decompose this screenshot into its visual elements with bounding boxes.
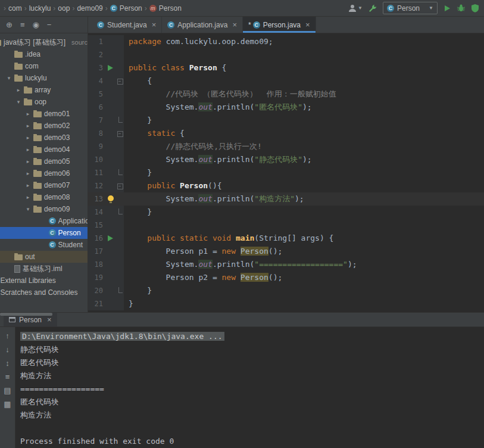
run-line-icon[interactable] (108, 65, 113, 71)
chevron-down-icon[interactable]: ▾ (15, 99, 21, 105)
editor-tab[interactable]: *CPerson.java× (243, 17, 316, 33)
tab-close-icon[interactable]: × (232, 20, 237, 29)
chevron-right-icon[interactable]: ▸ (25, 147, 31, 153)
settings-gear-icon[interactable]: ◉ (33, 20, 39, 29)
code-text[interactable]: System.out.println("匿名代码块"); (124, 101, 312, 114)
tab-close-icon[interactable]: × (152, 20, 157, 29)
debug-button[interactable] (457, 4, 466, 13)
clear-console-icon[interactable]: ▦ (4, 400, 11, 409)
scroll-from-source-icon[interactable]: ⊕ (6, 20, 13, 29)
chevron-right-icon[interactable]: ▸ (25, 135, 31, 141)
chevron-right-icon[interactable]: ▸ (25, 158, 31, 164)
editor[interactable]: 1package com.luckylu.oop.demo09;23public… (88, 33, 484, 312)
tree-item[interactable]: ▸array (0, 84, 88, 96)
tree-item[interactable]: ▸External Libraries (0, 275, 88, 287)
breadcrumb-item[interactable]: com (8, 4, 22, 13)
tab-close-icon[interactable]: × (47, 315, 52, 324)
code-text[interactable]: { (124, 74, 152, 88)
code-text[interactable]: Person p1 = new Person(); (124, 245, 282, 258)
tree-item[interactable]: com (0, 60, 88, 72)
code-text[interactable]: Person p2 = new Person(); (124, 271, 282, 284)
tab-close-icon[interactable]: × (305, 20, 310, 29)
console-output[interactable]: D:\Environment\Java\jdk1.8\bin\java.exe … (15, 327, 484, 448)
chevron-down-icon[interactable]: ▾ (25, 206, 31, 212)
breadcrumb-item[interactable]: mPerson (149, 4, 182, 13)
editor-tab[interactable]: CApplication.java× (162, 17, 243, 33)
soft-wrap-icon[interactable]: ↕ (5, 359, 10, 368)
tree-item[interactable]: CApplication (0, 215, 88, 227)
scrollbar-thumb[interactable] (0, 313, 52, 316)
code-text[interactable]: System.out.println("静态代码块"); (124, 153, 312, 166)
code-text[interactable]: } (124, 166, 152, 179)
breadcrumb-item[interactable]: luckylu (29, 4, 51, 13)
code-text[interactable]: //静态代码块,只执行一次! (124, 140, 262, 153)
tree-item[interactable]: ▸demo02 (0, 120, 88, 132)
tree-item[interactable]: out (0, 251, 88, 263)
fold-marker[interactable] (115, 206, 124, 219)
tree-item[interactable]: ▸demo04 (0, 144, 88, 155)
code-text[interactable]: public Person(){ (124, 179, 222, 192)
tree-item-label: demo07 (44, 181, 70, 189)
code-text[interactable]: static { (124, 127, 185, 140)
fold-marker (115, 192, 124, 206)
run-config-select[interactable]: C Person ▼ (383, 2, 438, 14)
tree-item[interactable]: CPerson (0, 227, 88, 239)
hide-window-icon[interactable]: − (47, 20, 52, 29)
down-stack-trace-icon[interactable]: ↓ (5, 345, 10, 354)
code-text[interactable]: System.out.println("构造方法"); (124, 192, 304, 206)
fold-marker[interactable] (115, 74, 124, 88)
code-text[interactable]: public static void main(String[] args) { (124, 232, 333, 245)
chevron-right-icon[interactable]: ▸ (15, 87, 21, 93)
fold-marker[interactable] (115, 179, 124, 192)
code-text[interactable]: System.out.println("==================")… (124, 258, 357, 271)
collapse-all-icon[interactable]: ≡ (20, 20, 25, 29)
tree-item[interactable]: ▸Scratches and Consoles (0, 287, 88, 298)
coverage-button[interactable] (471, 4, 479, 13)
fold-marker[interactable] (115, 114, 124, 127)
fold-marker[interactable] (115, 166, 124, 179)
tree-item[interactable]: ▸demo08 (0, 191, 88, 203)
fold-marker[interactable] (115, 284, 124, 297)
user-button[interactable]: ▼ (348, 4, 363, 13)
tree-item[interactable]: ▾luckylu (0, 72, 88, 84)
code-text[interactable]: //代码块 （匿名代码块） 作用：一般赋初始值 (124, 88, 336, 101)
fold-marker[interactable] (115, 127, 124, 140)
breadcrumb-item[interactable]: demo09 (77, 4, 102, 13)
chevron-right-icon[interactable]: ▸ (25, 182, 31, 188)
breadcrumb-item[interactable]: oop (58, 4, 70, 13)
chevron-right-icon[interactable]: ▸ (25, 123, 31, 129)
tree-item[interactable]: ▾oop (0, 96, 88, 108)
token: ); (348, 260, 357, 269)
code-text[interactable] (124, 219, 129, 232)
code-text[interactable]: } (124, 284, 152, 297)
chevron-down-icon[interactable]: ▾ (6, 75, 12, 81)
chevron-right-icon[interactable]: ▸ (25, 111, 31, 117)
tree-item[interactable]: ▾java练习 [基础练习]sources (0, 36, 88, 48)
code-text[interactable]: } (124, 114, 152, 127)
code-text[interactable] (124, 48, 129, 61)
print-icon[interactable]: ▤ (4, 386, 11, 395)
breadcrumb-item[interactable]: CPerson (110, 4, 142, 13)
tree-item[interactable]: 基础练习.iml (0, 263, 88, 275)
tree-item[interactable]: ▸demo01 (0, 108, 88, 120)
intention-bulb-icon[interactable] (108, 195, 114, 201)
run-button[interactable] (443, 4, 451, 13)
run-line-icon[interactable] (108, 235, 113, 241)
tree-item[interactable]: ▸demo03 (0, 132, 88, 144)
chevron-right-icon[interactable]: ▸ (25, 170, 31, 176)
up-stack-trace-icon[interactable]: ↑ (5, 331, 10, 340)
tree-item[interactable]: .idea (0, 48, 88, 60)
tree-item[interactable]: ▸demo05 (0, 155, 88, 167)
tree-item[interactable]: ▸demo07 (0, 179, 88, 191)
editor-tab[interactable]: CStudent.java× (92, 17, 162, 33)
code-text[interactable]: public class Person { (124, 61, 226, 74)
scroll-to-end-icon[interactable]: ≡ (5, 372, 10, 381)
code-text[interactable]: package com.luckylu.oop.demo09; (124, 35, 273, 48)
chevron-right-icon[interactable]: ▸ (25, 194, 31, 200)
code-text[interactable]: } (124, 206, 152, 219)
tree-item[interactable]: ▸demo06 (0, 167, 88, 179)
code-text[interactable]: } (124, 297, 133, 310)
tree-item[interactable]: ▾demo09 (0, 203, 88, 215)
tree-item[interactable]: CStudent (0, 239, 88, 251)
build-button[interactable] (368, 4, 377, 13)
